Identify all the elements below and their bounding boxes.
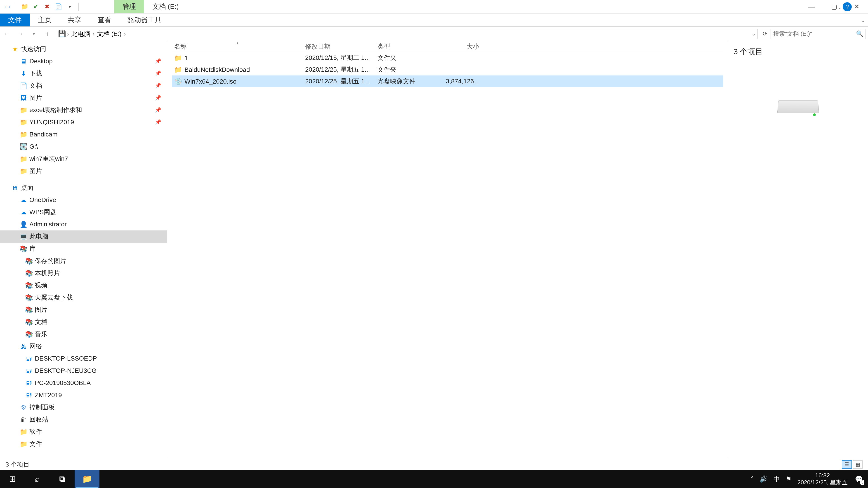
crumb-drive-e[interactable]: 文档 (E:) bbox=[96, 30, 123, 38]
column-header-size[interactable]: 大小 bbox=[436, 42, 482, 51]
titlebar: ▭ 📁 ✔ ✖ 📄 ▾ 管理 文档 (E:) — ▢ ✕ bbox=[0, 0, 868, 13]
tree-label: excel表格制作求和 bbox=[29, 106, 82, 114]
tree-quick-item[interactable]: 📁excel表格制作求和📌 bbox=[0, 104, 167, 116]
qat-dropdown-icon[interactable]: ▾ bbox=[65, 2, 74, 11]
breadcrumb-dropdown-icon[interactable]: ⌄ bbox=[752, 31, 756, 37]
file-type-cell: 光盘映像文件 bbox=[375, 77, 436, 86]
taskbar-search-button[interactable]: ⌕ bbox=[25, 470, 50, 488]
tree-library-item[interactable]: 📚音乐 bbox=[0, 328, 167, 340]
tree-desktop-item[interactable]: ☁WPS网盘 bbox=[0, 206, 167, 218]
tree-library-item[interactable]: 📚保存的图片 bbox=[0, 255, 167, 267]
start-button[interactable]: ⊞ bbox=[0, 470, 25, 488]
column-header-name[interactable]: ▴ 名称 bbox=[172, 42, 303, 51]
tree-library-item[interactable]: 📚文档 bbox=[0, 316, 167, 328]
column-header-type[interactable]: 类型 bbox=[375, 42, 436, 51]
file-list[interactable]: ▴ 名称 修改日期 类型 大小 📁12020/12/15, 星期二 1...文件… bbox=[167, 41, 728, 459]
file-row[interactable]: 💿Win7x64_2020.iso2020/12/25, 星期五 1...光盘映… bbox=[172, 75, 723, 87]
tree-quick-item[interactable]: 📄文档📌 bbox=[0, 79, 167, 92]
crumb-sep-icon[interactable]: › bbox=[66, 30, 70, 37]
tree-desktop-item[interactable]: 👤Administrator bbox=[0, 218, 167, 230]
taskbar-clock[interactable]: 16:32 2020/12/25, 星期五 bbox=[797, 472, 848, 486]
contextual-tab-manage[interactable]: 管理 bbox=[114, 0, 144, 13]
help-button[interactable]: ? bbox=[843, 2, 852, 11]
tree-quick-item[interactable]: 📁Bandicam bbox=[0, 128, 167, 140]
ribbon-collapse-icon[interactable]: ⌄ bbox=[861, 17, 865, 23]
nav-forward-button[interactable]: → bbox=[13, 27, 27, 41]
tree-desktop-item[interactable]: ☁OneDrive bbox=[0, 194, 167, 206]
address-bar: ← → ▾ ↑ 💾 › 此电脑 › 文档 (E:) › ⌄ ⟳ 🔍 bbox=[0, 27, 868, 41]
tray-overflow-icon[interactable]: ˄ bbox=[751, 475, 754, 483]
tray-flag-icon[interactable]: ⚑ bbox=[786, 475, 792, 483]
app-icon[interactable]: ▭ bbox=[3, 2, 12, 11]
search-input[interactable] bbox=[773, 30, 856, 37]
search-icon[interactable]: 🔍 bbox=[856, 30, 863, 37]
crumb-sep-icon[interactable]: › bbox=[92, 30, 95, 37]
qat-check-icon[interactable]: ✔ bbox=[31, 2, 40, 11]
qat-folder-icon[interactable]: 📁 bbox=[20, 2, 29, 11]
refresh-button[interactable]: ⟳ bbox=[760, 29, 771, 39]
qat-close-icon[interactable]: ✖ bbox=[43, 2, 52, 11]
tree-label: 文件 bbox=[29, 440, 42, 448]
tree-network-item[interactable]: 🖳DESKTOP-LSSOEDP bbox=[0, 352, 167, 365]
task-view-button[interactable]: ⧉ bbox=[50, 470, 74, 488]
tree-network-item[interactable]: 🖳DESKTOP-NJEU3CG bbox=[0, 365, 167, 377]
navigation-pane[interactable]: ★ 快速访问 🖥Desktop📌⬇下载📌📄文档📌🖼图片📌📁excel表格制作求和… bbox=[0, 41, 167, 459]
tree-quick-item[interactable]: 📁图片 bbox=[0, 165, 167, 177]
ribbon-tab-file[interactable]: 文件 bbox=[0, 13, 30, 26]
folder-icon: 📁 bbox=[20, 440, 28, 448]
tree-desktop-item[interactable]: 💻此电脑 bbox=[0, 230, 167, 242]
search-box[interactable]: 🔍 bbox=[771, 29, 866, 39]
iso-icon: 💿 bbox=[174, 78, 182, 85]
tree-quick-access[interactable]: ★ 快速访问 bbox=[0, 43, 167, 55]
tree-network-item[interactable]: 🖳ZMT2019 bbox=[0, 389, 167, 401]
crumb-sep-icon[interactable]: › bbox=[123, 30, 127, 37]
breadcrumb[interactable]: 💾 › 此电脑 › 文档 (E:) › ⌄ bbox=[56, 29, 758, 39]
tree-quick-item[interactable]: 🖥Desktop📌 bbox=[0, 55, 167, 67]
column-header-date[interactable]: 修改日期 bbox=[303, 42, 375, 51]
nav-back-button[interactable]: ← bbox=[0, 27, 13, 41]
file-row[interactable]: 📁BaiduNetdiskDownload2020/12/25, 星期五 1..… bbox=[172, 64, 723, 75]
ribbon-tab-view[interactable]: 查看 bbox=[90, 13, 119, 26]
tree-label: Administrator bbox=[29, 221, 67, 228]
tray-volume-icon[interactable]: 🔊 bbox=[760, 475, 768, 483]
tree-quick-item[interactable]: ⬇下载📌 bbox=[0, 67, 167, 79]
view-icons-button[interactable]: ▦ bbox=[852, 460, 863, 468]
tree-network-item[interactable]: 🖳PC-20190530OBLA bbox=[0, 377, 167, 389]
tree-wendang-folder[interactable]: 📁 文件 bbox=[0, 438, 167, 450]
crumb-this-pc[interactable]: 此电脑 bbox=[70, 30, 92, 38]
action-center-button[interactable]: 💬 3 bbox=[854, 474, 864, 484]
tree-label: 视频 bbox=[35, 281, 48, 290]
tree-network[interactable]: 🖧 网络 bbox=[0, 340, 167, 352]
tree-quick-item[interactable]: 📁YUNQISHI2019📌 bbox=[0, 116, 167, 128]
lib-icon: 📚 bbox=[25, 282, 33, 289]
tree-control-panel[interactable]: ⚙ 控制面板 bbox=[0, 401, 167, 414]
nav-up-button[interactable]: ↑ bbox=[41, 27, 54, 41]
pc-icon: 💻 bbox=[20, 233, 28, 240]
user-icon: 👤 bbox=[20, 221, 28, 228]
tree-library-item[interactable]: 📚视频 bbox=[0, 279, 167, 291]
file-row[interactable]: 📁12020/12/15, 星期二 1...文件夹 bbox=[172, 52, 723, 64]
nav-recent-dropdown[interactable]: ▾ bbox=[27, 27, 41, 41]
tree-software-folder[interactable]: 📁 软件 bbox=[0, 426, 167, 438]
ribbon-tab-home[interactable]: 主页 bbox=[30, 13, 60, 26]
tree-library-item[interactable]: 📚天翼云盘下载 bbox=[0, 291, 167, 304]
tree-label: PC-20190530OBLA bbox=[35, 379, 91, 387]
tree-desktop-item[interactable]: 📚库 bbox=[0, 242, 167, 255]
qat-new-folder-icon[interactable]: 📄 bbox=[54, 2, 63, 11]
tree-label: WPS网盘 bbox=[29, 208, 57, 217]
tree-recycle-bin[interactable]: 🗑 回收站 bbox=[0, 414, 167, 426]
tree-quick-item[interactable]: 🖼图片📌 bbox=[0, 92, 167, 104]
view-details-button[interactable]: ☰ bbox=[842, 460, 852, 468]
ribbon-tab-drive-tools[interactable]: 驱动器工具 bbox=[119, 13, 169, 26]
tree-quick-item[interactable]: 📁win7重装win7 bbox=[0, 153, 167, 165]
tree-quick-item[interactable]: 💽G:\ bbox=[0, 140, 167, 153]
tray-ime-indicator[interactable]: 中 bbox=[774, 475, 780, 483]
tree-library-item[interactable]: 📚图片 bbox=[0, 304, 167, 316]
ribbon-dropdown-icon[interactable]: ⌄ bbox=[836, 4, 843, 10]
taskbar-explorer-button[interactable]: 📁 bbox=[74, 470, 99, 488]
ribbon-tab-share[interactable]: 共享 bbox=[60, 13, 90, 26]
tree-desktop[interactable]: 🖥 桌面 bbox=[0, 182, 167, 194]
tree-label: DESKTOP-NJEU3CG bbox=[35, 367, 96, 375]
minimize-button[interactable]: — bbox=[800, 0, 823, 13]
tree-library-item[interactable]: 📚本机照片 bbox=[0, 267, 167, 279]
